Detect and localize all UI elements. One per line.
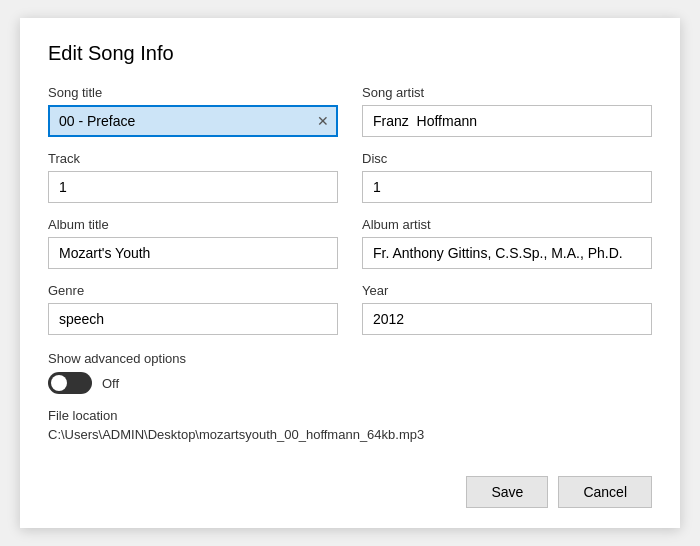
form-grid: Song title ✕ Song artist Track Disc Albu: [48, 85, 652, 349]
clear-icon: ✕: [317, 113, 329, 129]
album-artist-label: Album artist: [362, 217, 652, 232]
song-title-group: Song title ✕: [48, 85, 338, 137]
track-input[interactable]: [48, 171, 338, 203]
disc-input[interactable]: [362, 171, 652, 203]
edit-song-info-dialog: Edit Song Info Song title ✕ Song artist …: [20, 18, 680, 528]
song-title-clear-button[interactable]: ✕: [314, 112, 332, 130]
song-artist-group: Song artist: [362, 85, 652, 137]
song-artist-input[interactable]: [362, 105, 652, 137]
dialog-footer: Save Cancel: [48, 466, 652, 508]
track-group: Track: [48, 151, 338, 203]
song-title-wrapper: ✕: [48, 105, 338, 137]
disc-label: Disc: [362, 151, 652, 166]
toggle-thumb: [51, 375, 67, 391]
album-artist-input[interactable]: [362, 237, 652, 269]
file-location-label: File location: [48, 408, 652, 423]
track-label: Track: [48, 151, 338, 166]
song-title-input[interactable]: [48, 105, 338, 137]
save-button[interactable]: Save: [466, 476, 548, 508]
toggle-state-label: Off: [102, 376, 119, 391]
genre-group: Genre: [48, 283, 338, 335]
year-input[interactable]: [362, 303, 652, 335]
song-title-label: Song title: [48, 85, 338, 100]
dialog-title: Edit Song Info: [48, 42, 652, 65]
toggle-track: [48, 372, 92, 394]
cancel-button[interactable]: Cancel: [558, 476, 652, 508]
file-location-path: C:\Users\ADMIN\Desktop\mozartsyouth_00_h…: [48, 427, 652, 442]
advanced-options-section: Show advanced options Off: [48, 351, 652, 394]
album-title-label: Album title: [48, 217, 338, 232]
file-location-section: File location C:\Users\ADMIN\Desktop\moz…: [48, 408, 652, 442]
advanced-options-toggle[interactable]: [48, 372, 92, 394]
disc-group: Disc: [362, 151, 652, 203]
year-label: Year: [362, 283, 652, 298]
genre-label: Genre: [48, 283, 338, 298]
advanced-options-label: Show advanced options: [48, 351, 652, 366]
album-title-input[interactable]: [48, 237, 338, 269]
genre-input[interactable]: [48, 303, 338, 335]
album-title-group: Album title: [48, 217, 338, 269]
year-group: Year: [362, 283, 652, 335]
toggle-row: Off: [48, 372, 652, 394]
song-artist-label: Song artist: [362, 85, 652, 100]
album-artist-group: Album artist: [362, 217, 652, 269]
